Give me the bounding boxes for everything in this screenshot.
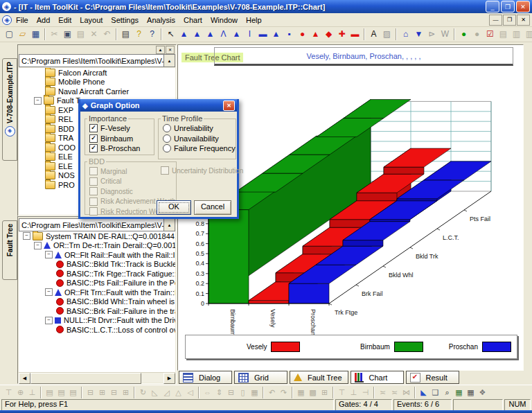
view-tab-grid[interactable]: Grid: [234, 371, 287, 384]
menu-item-settings[interactable]: Settings: [107, 15, 143, 26]
magnifier-icon[interactable]: ⌕: [441, 386, 453, 398]
unreliability-option[interactable]: Unreliability: [163, 123, 236, 134]
tree-row[interactable]: Mobile Phone: [19, 78, 175, 87]
open-icon[interactable]: ▱: [16, 28, 29, 40]
expand-toggle-icon[interactable]: −: [23, 232, 30, 240]
print-icon[interactable]: ▤: [119, 28, 132, 40]
menu-item-layout[interactable]: Layout: [76, 15, 107, 26]
and-gate-icon[interactable]: ▲: [177, 28, 190, 40]
pane-close-icon[interactable]: ✕: [166, 46, 175, 54]
view-tab-result[interactable]: Result: [406, 371, 459, 384]
tree-row[interactable]: BASIC::L.C.T.::Loss of control over the: [19, 325, 175, 335]
birnbaum-option[interactable]: ✓Birnbaum: [89, 134, 154, 144]
zoom-sail-icon[interactable]: ◣: [418, 386, 429, 398]
transfer-in-icon[interactable]: ⊳: [425, 28, 438, 40]
uncertainty-checkbox[interactable]: [161, 166, 169, 175]
tree-row[interactable]: Falcon Aircraft: [19, 68, 175, 78]
text-label-icon[interactable]: A: [367, 28, 380, 40]
checkbox-icon[interactable]: ✓: [89, 134, 98, 143]
view-tab-dialog[interactable]: Dialog: [179, 371, 232, 384]
failure-frequency-option[interactable]: Failure Frequency: [163, 143, 236, 154]
help-icon[interactable]: ?: [132, 28, 145, 40]
funnel-icon[interactable]: ▼: [412, 28, 425, 40]
fault-tree-vertical-tab[interactable]: Fault Tree: [2, 220, 17, 280]
picture-icon[interactable]: ▨: [380, 28, 393, 40]
pane-green-icon[interactable]: ▦: [453, 386, 465, 398]
expand-toggle-icon[interactable]: −: [45, 317, 53, 324]
menu-item-chart[interactable]: Chart: [179, 15, 206, 26]
conditional-event-icon[interactable]: ◆: [322, 28, 335, 40]
tree-row[interactable]: −System TRAIN DE-RAIL::Q=0.0018441493::W…: [19, 231, 175, 241]
mdi-restore-button[interactable]: ❐: [503, 15, 516, 26]
undeveloped-event-icon[interactable]: ▲: [309, 28, 322, 40]
tree-row[interactable]: −NULL::Flt Drvr::Fault with the Driver::…: [19, 316, 175, 326]
pane-pin-icon[interactable]: ▲: [156, 46, 165, 54]
or-gate-icon[interactable]: ▲: [190, 28, 204, 40]
null-gate-icon[interactable]: ▪: [283, 28, 296, 40]
scroll-left-icon[interactable]: ◀: [19, 373, 30, 384]
menu-item-edit[interactable]: Edit: [54, 15, 76, 26]
basic-event-icon[interactable]: ●: [296, 28, 309, 40]
save-icon[interactable]: ▦: [29, 28, 42, 40]
pane-gray-icon[interactable]: ▦: [465, 386, 477, 398]
select-arrow-icon[interactable]: ↖: [164, 28, 177, 40]
expand-toggle-icon[interactable]: −: [45, 288, 53, 296]
menu-item-help[interactable]: Help: [242, 15, 266, 26]
scroll-thumb[interactable]: [30, 373, 141, 384]
cancel-button[interactable]: Cancel: [194, 200, 231, 215]
radio-icon[interactable]: [163, 134, 171, 143]
menu-item-add[interactable]: Add: [33, 15, 55, 26]
fault-tree-hscrollbar[interactable]: ◀ ▶: [19, 372, 175, 383]
scroll-right-icon[interactable]: ▶: [163, 373, 175, 384]
vote-gate-icon[interactable]: Ι: [243, 28, 256, 40]
menu-item-analysis[interactable]: Analysis: [143, 15, 179, 26]
window-view-icon[interactable]: ❑: [429, 386, 441, 398]
menu-item-file[interactable]: File: [12, 15, 33, 26]
f-vesely-option[interactable]: ✓F-Vesely: [89, 123, 154, 134]
restore-button[interactable]: ❐: [501, 1, 515, 12]
fault-tree-path-dropdown-icon[interactable]: ▲: [163, 219, 175, 231]
view-tab-chart[interactable]: Chart: [351, 371, 404, 384]
b-proschan-option[interactable]: ✓B-Proschan: [89, 143, 154, 154]
radio-icon[interactable]: [163, 144, 171, 152]
tree-row[interactable]: BASIC::Trk Ftge::Track Fatigue::Q=1.25: [19, 269, 175, 279]
transfer-gate-icon[interactable]: ▬: [256, 28, 269, 40]
gate-misc-icon[interactable]: ▲: [269, 28, 283, 40]
radio-icon[interactable]: [163, 124, 171, 132]
project-path-dropdown-icon[interactable]: ▲: [163, 55, 175, 67]
analyze-on-icon[interactable]: ●: [457, 28, 470, 40]
tree-row[interactable]: BASIC::Brk Fail::Failure in the train br…: [19, 306, 175, 316]
context-help-icon[interactable]: ?: [145, 28, 159, 40]
tree-row[interactable]: −OR::Flt Rail::Fault with the Rail::IE: [19, 250, 175, 260]
view-tab-fault-tree[interactable]: Fault Tree: [290, 371, 348, 384]
mdi-close-button[interactable]: ✕: [517, 15, 530, 26]
dialog-close-icon[interactable]: ✕: [223, 100, 235, 111]
ok-button[interactable]: OK: [157, 200, 191, 215]
word-export-icon[interactable]: W: [438, 28, 452, 40]
tree-row[interactable]: BASIC::Bkld Trk::Track is Buckled::Q=C: [19, 260, 175, 270]
uncertainty-option[interactable]: Uncertainty Distribution: [161, 166, 243, 176]
analyze-off-icon[interactable]: ●: [470, 28, 484, 40]
verify-icon[interactable]: ☑: [484, 28, 497, 40]
tree-row[interactable]: −OR::Trn De-rt::Train Derail::Q=0.001844…: [19, 241, 175, 251]
xor-gate-icon[interactable]: ▲: [230, 28, 243, 40]
tree-row[interactable]: Naval Aircraft Carrier: [19, 87, 175, 96]
expand-toggle-icon[interactable]: −: [45, 251, 53, 258]
copy-icon[interactable]: ▣: [61, 28, 74, 40]
checkbox-icon[interactable]: ✓: [89, 124, 98, 132]
menu-item-window[interactable]: Window: [206, 15, 242, 26]
house-event-icon[interactable]: ✚: [335, 28, 348, 40]
priority-gate-icon[interactable]: Λ: [217, 28, 230, 40]
expand-toggle-icon[interactable]: −: [34, 242, 42, 249]
tree-row[interactable]: BASIC::Pts Fail::Failure in the Points::…: [19, 279, 175, 288]
mdi-minimize-button[interactable]: —: [489, 15, 502, 26]
unavailability-option[interactable]: Unavailability: [163, 134, 236, 144]
expand-toggle-icon[interactable]: −: [34, 97, 42, 105]
close-button[interactable]: ✕: [516, 1, 530, 12]
pan-hand-icon[interactable]: ❖: [477, 386, 488, 398]
checkbox-icon[interactable]: ✓: [89, 144, 98, 152]
dialog-title-bar[interactable]: ◈ Graph Option ✕: [80, 99, 237, 112]
oval-event-icon[interactable]: ▬: [348, 28, 362, 40]
tree-row[interactable]: −OR::Flt Trn::Fault with the Train::IE: [19, 288, 175, 297]
project-icon[interactable]: ⌂: [399, 28, 412, 40]
